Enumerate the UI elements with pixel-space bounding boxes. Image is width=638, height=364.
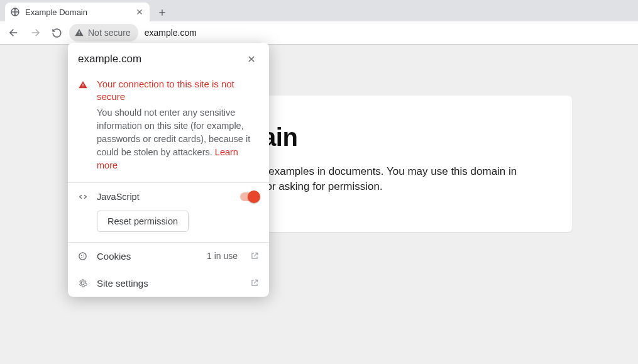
site-settings-row[interactable]: Site settings	[68, 270, 269, 297]
javascript-toggle[interactable]	[240, 192, 259, 201]
code-icon	[78, 192, 89, 202]
popup-header: example.com	[68, 43, 269, 73]
open-external-icon	[250, 251, 259, 260]
popup-javascript-section: JavaScript Reset permission	[68, 183, 269, 243]
browser-tab[interactable]: Example Domain	[5, 3, 150, 21]
cookies-label: Cookies	[97, 251, 199, 262]
url-text: example.com	[145, 28, 197, 38]
new-tab-button[interactable]	[153, 4, 171, 21]
address-bar[interactable]: Not secure example.com	[69, 24, 633, 41]
security-chip[interactable]: Not secure	[69, 24, 138, 41]
back-button[interactable]	[5, 24, 23, 41]
svg-point-1	[79, 252, 86, 259]
popup-close-button[interactable]	[244, 52, 259, 67]
svg-point-2	[81, 255, 82, 256]
popup-warn-body: You should not enter any sensitive infor…	[97, 106, 259, 172]
warning-triangle-icon	[78, 80, 89, 172]
svg-point-4	[82, 256, 82, 257]
cookies-row[interactable]: Cookies 1 in use	[68, 243, 269, 270]
gear-icon	[78, 279, 89, 288]
reset-permission-button[interactable]: Reset permission	[97, 211, 189, 232]
cookies-meta: 1 in use	[207, 251, 238, 261]
warning-triangle-icon	[74, 28, 84, 38]
popup-warn-title: Your connection to this site is not secu…	[97, 78, 259, 104]
page-viewport: Example Domain This domain is for use in…	[0, 45, 638, 364]
tab-strip: Example Domain	[0, 0, 638, 21]
cookie-icon	[78, 251, 89, 261]
popup-site-name: example.com	[78, 53, 141, 65]
popup-security-text: Your connection to this site is not secu…	[97, 78, 259, 172]
forward-button[interactable]	[26, 24, 44, 41]
svg-point-5	[84, 256, 84, 257]
tab-title: Example Domain	[25, 8, 87, 17]
security-chip-label: Not secure	[88, 28, 131, 38]
open-external-icon	[250, 279, 259, 287]
javascript-label: JavaScript	[97, 192, 233, 202]
site-info-popup: example.com Your connection to this site…	[68, 43, 269, 297]
svg-point-3	[83, 255, 84, 255]
site-settings-label: Site settings	[97, 278, 243, 289]
browser-toolbar: Not secure example.com	[0, 21, 638, 45]
popup-security-section: Your connection to this site is not secu…	[68, 73, 269, 183]
globe-icon	[10, 7, 20, 17]
reload-button[interactable]	[48, 24, 65, 41]
tab-close-icon[interactable]	[135, 7, 145, 17]
